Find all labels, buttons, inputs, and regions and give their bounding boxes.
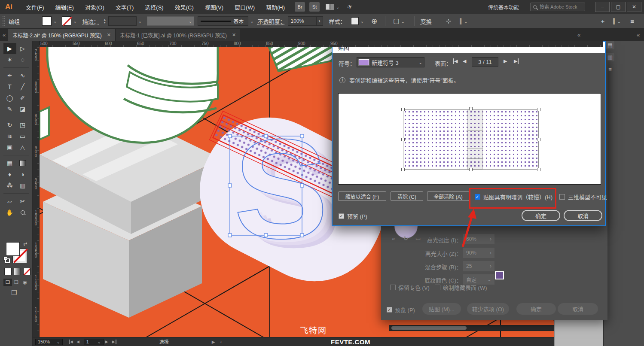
draw-inside-icon[interactable]: ◉ — [21, 279, 29, 286]
selection-handle[interactable] — [469, 107, 473, 110]
preview-checkbox[interactable]: ✓ — [339, 213, 344, 219]
scrollbar-thumb[interactable] — [391, 326, 467, 330]
type-tool[interactable]: T — [3, 81, 16, 92]
zoom-tool[interactable] — [16, 207, 29, 218]
swap-fill-stroke-icon[interactable]: ⇄ — [23, 241, 27, 247]
status-menu-icon[interactable]: ▶ — [212, 340, 215, 344]
shade-color-swatch[interactable] — [495, 271, 504, 279]
workspace-label[interactable]: 传统基本功能 — [488, 3, 519, 11]
previous-artboard-icon[interactable]: ◀ — [76, 340, 79, 344]
stroke-weight-stepper[interactable]: ▴▾ — [101, 16, 108, 26]
blend-tool[interactable]: ◑ — [16, 169, 29, 180]
none-button[interactable] — [23, 268, 31, 275]
symbol-sprayer-tool[interactable]: ⁂ — [3, 180, 16, 191]
share-icon[interactable]: ✈ — [346, 2, 354, 11]
menu-window[interactable]: 窗口(W) — [229, 3, 260, 11]
fewer-options-button[interactable]: 较少选项 (O) — [467, 303, 509, 315]
bridge-button[interactable]: Br — [295, 2, 305, 12]
menu-file[interactable]: 文件(F) — [20, 3, 50, 11]
search-input[interactable] — [539, 4, 582, 10]
workspace-switcher-icon[interactable] — [326, 4, 334, 10]
paintbrush-tool[interactable]: ✐ — [16, 92, 29, 103]
opacity-field[interactable]: 100% — [288, 16, 316, 26]
menu-view[interactable]: 视图(V) — [199, 3, 229, 11]
style-picker[interactable]: ⌄ — [351, 17, 366, 25]
spot-color-checkbox[interactable] — [390, 285, 396, 290]
collapse-left-dock-icon[interactable]: « — [0, 32, 8, 38]
free-transform-tool[interactable]: ▭ — [16, 131, 29, 142]
close-tab-icon[interactable]: ✕ — [232, 32, 236, 38]
align-panel-icon[interactable]: + — [601, 18, 605, 25]
menu-effect[interactable]: 效果(C) — [169, 3, 199, 11]
width-tool[interactable]: ≋ — [3, 131, 16, 142]
select-similar-icon[interactable]: ▢⌄ — [393, 17, 406, 25]
selection-handle[interactable] — [537, 138, 540, 141]
surface-field[interactable]: 3 / 11 — [472, 57, 498, 67]
hand-tool[interactable]: ✋ — [3, 207, 16, 218]
opacity-label[interactable]: 不透明度： — [258, 17, 286, 25]
stroke-color-picker[interactable]: ⌄ — [62, 16, 78, 26]
perspective-grid-tool[interactable]: △ — [16, 142, 29, 153]
selection-handle[interactable] — [469, 168, 473, 171]
screen-mode-icon[interactable]: ❐ — [11, 289, 17, 297]
collapse-dock-icon[interactable]: « — [575, 32, 583, 38]
fill-stroke-indicator[interactable]: ⇄ — [6, 242, 27, 264]
shape-builder-tool[interactable]: ▣ — [3, 142, 16, 153]
maximize-button[interactable]: ▢ — [611, 2, 626, 12]
chevron-down-icon[interactable]: ⌄ — [250, 19, 253, 24]
minimize-button[interactable]: – — [595, 2, 610, 12]
scale-to-fit-button[interactable]: 缩放以适合 (F) — [338, 191, 386, 201]
stock-search[interactable] — [530, 3, 585, 11]
stroke-weight-field[interactable] — [108, 16, 137, 26]
stroke-weight-label[interactable]: 描边： — [82, 17, 99, 25]
gradient-tool[interactable] — [16, 158, 29, 169]
direct-selection-tool[interactable]: ▷ — [16, 43, 29, 54]
clear-all-button[interactable]: 全部清除 (A) — [427, 191, 469, 201]
lasso-tool[interactable]: ◌ — [16, 54, 29, 65]
default-fill-stroke-icon[interactable] — [3, 257, 9, 262]
menu-help[interactable]: 帮助(H) — [260, 3, 290, 11]
mesh-tool[interactable]: ▦ — [3, 158, 16, 169]
stock-button[interactable]: St — [309, 2, 320, 12]
selection-handle[interactable] — [401, 168, 405, 171]
document-setup-icon[interactable]: ⊕ — [371, 17, 377, 26]
close-button[interactable]: ✕ — [627, 2, 641, 12]
mapped-symbol-rect[interactable] — [403, 109, 539, 170]
gradient-button[interactable] — [14, 268, 21, 275]
selection-handle[interactable] — [537, 168, 540, 171]
artboard-field[interactable]: 1⌄ — [84, 339, 104, 345]
last-surface-icon[interactable]: ▶ — [513, 58, 519, 64]
chevron-down-icon[interactable]: ⌄ — [53, 19, 57, 24]
brush-definition-dropdown[interactable]: 基本 — [198, 16, 248, 26]
stroke-swatch-none[interactable] — [62, 16, 71, 26]
panel-menu-icon[interactable]: ≡ — [630, 18, 634, 25]
rotate-tool[interactable]: ↻ — [3, 119, 16, 131]
horizontal-scrollbar[interactable] — [389, 325, 559, 331]
vertical-ruler[interactable]: 750 800 850 900 950 1000 1050 1100 1150 — [33, 47, 40, 337]
previous-surface-icon[interactable]: ◀ — [463, 58, 466, 64]
line-segment-tool[interactable]: ╱ — [16, 81, 29, 92]
next-surface-icon[interactable]: ▶ — [504, 58, 507, 64]
panel-grip[interactable] — [3, 16, 5, 26]
hidden-surface-checkbox[interactable] — [435, 285, 440, 290]
graph-tool[interactable]: ▥ — [16, 180, 29, 191]
selection-handle[interactable] — [401, 138, 405, 141]
fill-swatch[interactable] — [42, 16, 52, 26]
style-swatch[interactable] — [351, 17, 359, 25]
eyedropper-tool[interactable]: ♦ — [3, 169, 16, 180]
document-tab-active[interactable]: 未标题-2.ai* @ 150% (RGB/GPU 预览) ✕ — [8, 29, 115, 41]
opacity-more-button[interactable]: › — [316, 16, 323, 26]
fill-color-picker[interactable]: ⌄ — [42, 16, 58, 26]
close-tab-icon[interactable]: ✕ — [107, 32, 111, 38]
magic-wand-tool[interactable]: ✶ — [3, 54, 16, 65]
fill-indicator[interactable] — [6, 242, 20, 256]
horizontal-ruler[interactable]: 500 550 600 650 700 750 800 850 900 950 — [40, 41, 603, 47]
pen-tool[interactable]: ✒ — [3, 70, 16, 81]
scale-tool[interactable]: ◳ — [16, 119, 29, 131]
shade-artwork-checkbox[interactable]: ✓ — [475, 194, 480, 200]
draw-normal-icon[interactable]: ❏ — [3, 279, 12, 286]
first-surface-icon[interactable]: ◀ — [453, 58, 458, 64]
slice-tool[interactable]: ✂ — [16, 196, 29, 207]
transform-panel-icon[interactable]: ▤ — [606, 41, 614, 49]
zoom-level-dropdown[interactable]: 150%⌄ — [35, 339, 63, 345]
